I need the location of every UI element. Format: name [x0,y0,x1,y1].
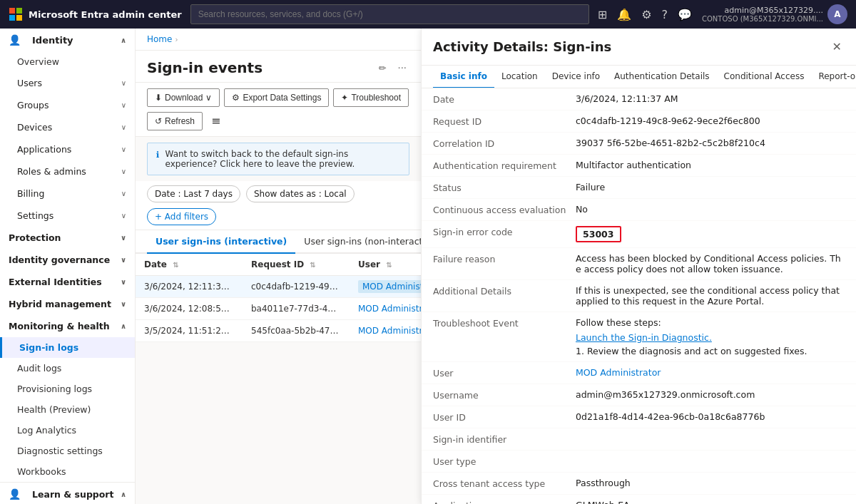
detail-label: Additional Details [433,285,576,297]
details-tabs: Basic info Location Device info Authenti… [422,66,856,88]
sidebar-item-roles[interactable]: Roles & admins ∨ [0,160,135,182]
sidebar-item-settings[interactable]: Settings ∨ [0,205,135,227]
sidebar-item-audit-logs[interactable]: Audit logs [0,358,135,379]
sidebar-item-learn-support[interactable]: 👤 Learn & support ∧ [0,483,135,504]
detail-value: GLMWeb-EA [576,500,845,504]
export-data-settings-button[interactable]: ⚙ Export Data Settings [224,88,329,107]
date-filter[interactable]: Date : Last 7 days [147,185,240,202]
show-dates-filter[interactable]: Show dates as : Local [246,185,355,202]
search-bar[interactable] [190,4,589,24]
page-title: Sign-in events [147,59,263,76]
details-title: Activity Details: Sign-ins [433,39,611,54]
close-icon[interactable]: ✕ [830,37,845,56]
sidebar-item-overview[interactable]: Overview [0,51,135,72]
apps-icon[interactable]: ⊞ [598,8,607,21]
breadcrumb-home[interactable]: Home [147,34,172,44]
sidebar-item-devices[interactable]: Devices ∨ [0,116,135,138]
add-filters-button[interactable]: + Add filters [147,208,216,225]
external-chevron-icon: ∨ [121,278,126,286]
sidebar-item-protection[interactable]: Protection ∨ [0,227,135,249]
avatar[interactable]: A [827,4,847,24]
col-date[interactable]: Date ⇅ [136,254,243,276]
details-tab-location[interactable]: Location [494,66,545,88]
sidebar-protection-label: Protection [9,232,61,243]
help-icon[interactable]: ? [662,8,668,21]
export-icon: ⚙ [232,93,240,103]
table-row[interactable]: 3/6/2024, 12:08:50 AM ba4011e7-77d3-40e5… [136,298,421,320]
hybrid-chevron-icon: ∨ [121,300,126,308]
more-icon[interactable]: ··· [395,60,409,76]
detail-label: User type [433,456,576,467]
cell-user: MOD Administrator [350,320,421,342]
sidebar-item-external[interactable]: External Identities ∨ [0,271,135,293]
detail-value: Access has been blocked by Conditional A… [576,253,845,274]
sidebar-item-monitoring[interactable]: Monitoring & health ∧ [0,315,135,337]
gear-icon[interactable]: ⚙ [641,8,651,21]
cell-request-id: 545fc0aa-5b2b-47aa-... [243,320,350,342]
detail-label: Authentication requirement [433,160,576,171]
col-request-id[interactable]: Request ID ⇅ [243,254,350,276]
table-row[interactable]: 3/5/2024, 11:51:24 PM 545fc0aa-5b2b-47aa… [136,320,421,342]
sidebar-item-identity-governance[interactable]: Identity governance ∨ [0,249,135,271]
bell-icon[interactable]: 🔔 [617,8,631,21]
table-row[interactable]: 3/6/2024, 12:11:37 AM c0c4dafb-1219-49c8… [136,276,421,298]
detail-row: Sign-in error code 53003 [422,221,856,248]
identity-chevron-icon: ∧ [121,36,126,44]
sidebar-devices-label: Devices [17,122,52,133]
download-icon: ⬇ [155,93,162,103]
sidebar-item-identity[interactable]: 👤 Identity ∧ [0,29,135,51]
search-input[interactable] [190,4,589,24]
sidebar-item-provisioning-logs[interactable]: Provisioning logs [0,379,135,399]
sidebar-item-diagnostic[interactable]: Diagnostic settings [0,441,135,461]
sidebar-item-applications[interactable]: Applications ∨ [0,138,135,160]
more-toolbar-button[interactable]: ≡ [207,111,225,130]
detail-value: Passthrough [576,478,845,488]
detail-link-value[interactable]: MOD Administrator [576,367,845,378]
col-user[interactable]: User ⇅ [350,254,421,276]
refresh-button[interactable]: ↺ Refresh [147,112,203,130]
topbar-icons: ⊞ 🔔 ⚙ ? 💬 admin@M365x127329.... CONTOSO … [598,4,847,24]
feedback-icon[interactable]: 💬 [678,8,692,21]
sidebar-item-groups[interactable]: Groups ∨ [0,94,135,116]
details-tab-conditional[interactable]: Conditional Access [717,66,812,88]
detail-value: 0d21a1f8-4d14-42ea-96cb-0a18c6a8776b [576,411,845,422]
detail-label: User ID [433,411,576,423]
sidebar-billing-label: Billing [17,188,44,199]
cell-date: 3/5/2024, 11:51:24 PM [136,320,243,342]
troubleshoot-button[interactable]: ✦ Troubleshoot [333,88,409,107]
detail-value: No [576,204,845,215]
tab-non-interactive[interactable]: User sign-ins (non-interactive) [295,230,421,254]
details-tab-device[interactable]: Device info [545,66,607,88]
date-sort-icon: ⇅ [173,261,178,269]
detail-row: Authentication requirement Multifactor a… [422,155,856,177]
user-info[interactable]: admin@M365x127329.... CONTOSO (M365X1273… [702,4,847,24]
info-banner-text[interactable]: Want to switch back to the default sign-… [165,149,400,169]
sidebar-item-health-preview[interactable]: Health (Preview) [0,399,135,420]
sidebar-item-billing[interactable]: Billing ∨ [0,182,135,205]
detail-row: Status Failure [422,177,856,199]
toolbar: ⬇ Download ∨ ⚙ Export Data Settings ✦ Tr… [136,83,421,137]
detail-label: Continuous access evaluation [433,204,576,215]
edit-icon[interactable]: ✏ [376,60,389,76]
follow-steps: Follow these steps: [576,317,845,328]
sidebar-item-sign-in-logs[interactable]: Sign-in logs [0,337,135,358]
sidebar-item-hybrid[interactable]: Hybrid management ∨ [0,293,135,315]
sidebar-item-users[interactable]: Users ∨ [0,72,135,94]
sidebar-item-log-analytics[interactable]: Log Analytics [0,420,135,441]
sidebar-identity-label: Identity [32,35,73,46]
detail-value: admin@m365x127329.onmicrosoft.com [576,389,845,400]
launch-diagnostic-link[interactable]: Launch the Sign-in Diagnostic. [576,332,845,343]
details-tab-auth[interactable]: Authentication Details [607,66,717,88]
sidebar: 👤 Identity ∧ Overview Users ∨ Groups ∨ D… [0,29,136,504]
troubleshoot-label: Troubleshoot [351,93,401,103]
sidebar-bottom: 👤 Learn & support ∧ « [0,482,135,504]
download-button[interactable]: ⬇ Download ∨ [147,88,220,107]
error-code-box: 53003 [576,226,621,242]
details-tab-basic[interactable]: Basic info [433,66,494,88]
identity-icon: 👤 [9,34,21,46]
svg-rect-3 [16,15,22,21]
details-tab-report[interactable]: Report-only [811,66,856,88]
tab-interactive[interactable]: User sign-ins (interactive) [147,230,295,254]
sidebar-workbooks-label: Workbooks [17,466,66,477]
sidebar-item-workbooks[interactable]: Workbooks [0,461,135,482]
